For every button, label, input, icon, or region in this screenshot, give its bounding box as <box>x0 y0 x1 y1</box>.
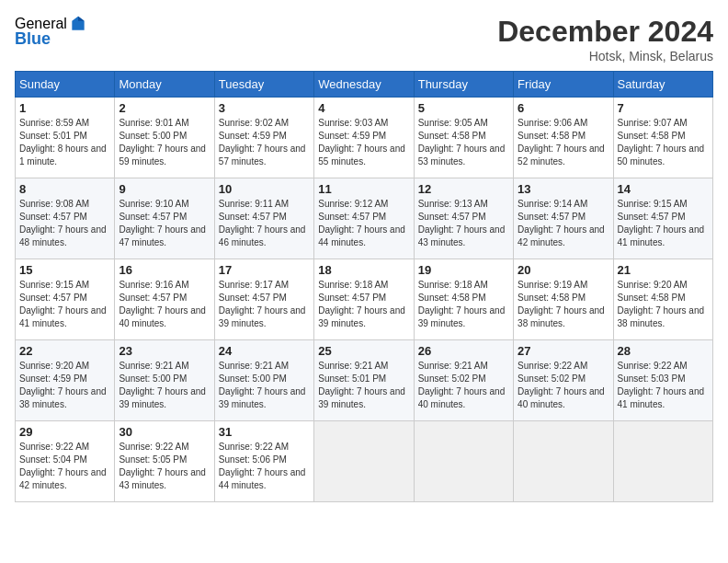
calendar-cell: 11Sunrise: 9:12 AM Sunset: 4:57 PM Dayli… <box>314 178 414 259</box>
day-info: Sunrise: 9:11 AM Sunset: 4:57 PM Dayligh… <box>219 198 310 249</box>
calendar-table: SundayMondayTuesdayWednesdayThursdayFrid… <box>15 71 713 502</box>
day-info: Sunrise: 9:22 AM Sunset: 5:05 PM Dayligh… <box>119 441 210 492</box>
day-info: Sunrise: 9:14 AM Sunset: 4:57 PM Dayligh… <box>518 198 609 249</box>
day-number: 9 <box>119 182 210 196</box>
day-number: 11 <box>318 182 409 196</box>
day-info: Sunrise: 9:03 AM Sunset: 4:59 PM Dayligh… <box>318 117 409 168</box>
day-number: 22 <box>19 344 110 358</box>
calendar-header-row: SundayMondayTuesdayWednesdayThursdayFrid… <box>16 72 713 98</box>
day-info: Sunrise: 9:07 AM Sunset: 4:58 PM Dayligh… <box>618 117 709 168</box>
column-header-sunday: Sunday <box>16 72 115 98</box>
day-info: Sunrise: 9:22 AM Sunset: 5:06 PM Dayligh… <box>219 441 310 492</box>
day-info: Sunrise: 9:12 AM Sunset: 4:57 PM Dayligh… <box>318 198 409 249</box>
calendar-cell: 30Sunrise: 9:22 AM Sunset: 5:05 PM Dayli… <box>115 421 214 502</box>
title-block: December 2024 Hotsk, Minsk, Belarus <box>497 15 713 63</box>
day-number: 19 <box>418 263 509 277</box>
day-info: Sunrise: 9:16 AM Sunset: 4:57 PM Dayligh… <box>119 279 210 330</box>
calendar-cell: 8Sunrise: 9:08 AM Sunset: 4:57 PM Daylig… <box>16 178 115 259</box>
location: Hotsk, Minsk, Belarus <box>497 49 713 63</box>
calendar-cell: 10Sunrise: 9:11 AM Sunset: 4:57 PM Dayli… <box>214 178 313 259</box>
calendar-week-5: 29Sunrise: 9:22 AM Sunset: 5:04 PM Dayli… <box>16 421 713 502</box>
day-number: 18 <box>318 263 409 277</box>
calendar-cell: 4Sunrise: 9:03 AM Sunset: 4:59 PM Daylig… <box>314 98 414 178</box>
calendar-cell: 3Sunrise: 9:02 AM Sunset: 4:59 PM Daylig… <box>214 98 313 178</box>
day-info: Sunrise: 9:19 AM Sunset: 4:58 PM Dayligh… <box>518 279 609 330</box>
day-info: Sunrise: 9:21 AM Sunset: 5:00 PM Dayligh… <box>219 360 310 411</box>
day-number: 21 <box>618 263 709 277</box>
day-number: 13 <box>518 182 609 196</box>
day-info: Sunrise: 9:05 AM Sunset: 4:58 PM Dayligh… <box>418 117 509 168</box>
logo: General Blue <box>15 15 87 49</box>
day-number: 27 <box>518 344 609 358</box>
calendar-cell: 1Sunrise: 8:59 AM Sunset: 5:01 PM Daylig… <box>16 98 115 178</box>
day-number: 6 <box>518 101 609 115</box>
calendar-cell: 7Sunrise: 9:07 AM Sunset: 4:58 PM Daylig… <box>613 98 712 178</box>
calendar-cell: 20Sunrise: 9:19 AM Sunset: 4:58 PM Dayli… <box>514 259 613 340</box>
month-year: December 2024 <box>497 15 713 49</box>
day-info: Sunrise: 9:22 AM Sunset: 5:03 PM Dayligh… <box>618 360 709 411</box>
page-header: General Blue December 2024 Hotsk, Minsk,… <box>15 15 713 63</box>
calendar-cell: 22Sunrise: 9:20 AM Sunset: 4:59 PM Dayli… <box>16 340 115 421</box>
day-info: Sunrise: 9:18 AM Sunset: 4:57 PM Dayligh… <box>318 279 409 330</box>
column-header-tuesday: Tuesday <box>214 72 313 98</box>
day-info: Sunrise: 9:08 AM Sunset: 4:57 PM Dayligh… <box>19 198 110 249</box>
calendar-cell: 21Sunrise: 9:20 AM Sunset: 4:58 PM Dayli… <box>613 259 712 340</box>
calendar-cell: 2Sunrise: 9:01 AM Sunset: 5:00 PM Daylig… <box>115 98 214 178</box>
column-header-wednesday: Wednesday <box>314 72 414 98</box>
day-number: 12 <box>418 182 509 196</box>
column-header-friday: Friday <box>514 72 613 98</box>
calendar-cell: 17Sunrise: 9:17 AM Sunset: 4:57 PM Dayli… <box>214 259 313 340</box>
calendar-cell: 16Sunrise: 9:16 AM Sunset: 4:57 PM Dayli… <box>115 259 214 340</box>
calendar-cell: 28Sunrise: 9:22 AM Sunset: 5:03 PM Dayli… <box>613 340 712 421</box>
day-info: Sunrise: 9:10 AM Sunset: 4:57 PM Dayligh… <box>119 198 210 249</box>
day-info: Sunrise: 9:06 AM Sunset: 4:58 PM Dayligh… <box>518 117 609 168</box>
calendar-cell: 27Sunrise: 9:22 AM Sunset: 5:02 PM Dayli… <box>514 340 613 421</box>
day-info: Sunrise: 9:21 AM Sunset: 5:00 PM Dayligh… <box>119 360 210 411</box>
day-info: Sunrise: 9:18 AM Sunset: 4:58 PM Dayligh… <box>418 279 509 330</box>
day-info: Sunrise: 9:17 AM Sunset: 4:57 PM Dayligh… <box>219 279 310 330</box>
calendar-cell: 23Sunrise: 9:21 AM Sunset: 5:00 PM Dayli… <box>115 340 214 421</box>
day-info: Sunrise: 9:02 AM Sunset: 4:59 PM Dayligh… <box>219 117 310 168</box>
calendar-cell: 26Sunrise: 9:21 AM Sunset: 5:02 PM Dayli… <box>414 340 513 421</box>
calendar-week-2: 8Sunrise: 9:08 AM Sunset: 4:57 PM Daylig… <box>16 178 713 259</box>
day-number: 29 <box>19 425 110 439</box>
calendar-cell <box>314 421 414 502</box>
calendar-cell: 9Sunrise: 9:10 AM Sunset: 4:57 PM Daylig… <box>115 178 214 259</box>
day-number: 1 <box>19 101 110 115</box>
calendar-cell: 24Sunrise: 9:21 AM Sunset: 5:00 PM Dayli… <box>214 340 313 421</box>
day-info: Sunrise: 9:21 AM Sunset: 5:02 PM Dayligh… <box>418 360 509 411</box>
day-number: 24 <box>219 344 310 358</box>
day-number: 30 <box>119 425 210 439</box>
column-header-saturday: Saturday <box>613 72 712 98</box>
day-info: Sunrise: 9:15 AM Sunset: 4:57 PM Dayligh… <box>618 198 709 249</box>
day-info: Sunrise: 9:22 AM Sunset: 5:04 PM Dayligh… <box>19 441 110 492</box>
day-number: 28 <box>618 344 709 358</box>
calendar-week-4: 22Sunrise: 9:20 AM Sunset: 4:59 PM Dayli… <box>16 340 713 421</box>
calendar-week-3: 15Sunrise: 9:15 AM Sunset: 4:57 PM Dayli… <box>16 259 713 340</box>
calendar-cell <box>613 421 712 502</box>
day-info: Sunrise: 9:01 AM Sunset: 5:00 PM Dayligh… <box>119 117 210 168</box>
calendar-cell: 12Sunrise: 9:13 AM Sunset: 4:57 PM Dayli… <box>414 178 513 259</box>
calendar-cell: 5Sunrise: 9:05 AM Sunset: 4:58 PM Daylig… <box>414 98 513 178</box>
calendar-cell: 29Sunrise: 9:22 AM Sunset: 5:04 PM Dayli… <box>16 421 115 502</box>
calendar-cell: 19Sunrise: 9:18 AM Sunset: 4:58 PM Dayli… <box>414 259 513 340</box>
calendar-cell: 31Sunrise: 9:22 AM Sunset: 5:06 PM Dayli… <box>214 421 313 502</box>
day-info: Sunrise: 9:20 AM Sunset: 4:59 PM Dayligh… <box>19 360 110 411</box>
day-number: 26 <box>418 344 509 358</box>
day-number: 23 <box>119 344 210 358</box>
column-header-monday: Monday <box>115 72 214 98</box>
day-info: Sunrise: 9:21 AM Sunset: 5:01 PM Dayligh… <box>318 360 409 411</box>
calendar-cell: 15Sunrise: 9:15 AM Sunset: 4:57 PM Dayli… <box>16 259 115 340</box>
calendar-cell: 13Sunrise: 9:14 AM Sunset: 4:57 PM Dayli… <box>514 178 613 259</box>
day-number: 31 <box>219 425 310 439</box>
day-info: Sunrise: 8:59 AM Sunset: 5:01 PM Dayligh… <box>19 117 110 168</box>
day-number: 4 <box>318 101 409 115</box>
logo-blue: Blue <box>15 29 51 49</box>
calendar-cell: 25Sunrise: 9:21 AM Sunset: 5:01 PM Dayli… <box>314 340 414 421</box>
day-number: 7 <box>618 101 709 115</box>
day-info: Sunrise: 9:13 AM Sunset: 4:57 PM Dayligh… <box>418 198 509 249</box>
day-number: 2 <box>119 101 210 115</box>
day-number: 25 <box>318 344 409 358</box>
calendar-cell: 14Sunrise: 9:15 AM Sunset: 4:57 PM Dayli… <box>613 178 712 259</box>
day-number: 14 <box>618 182 709 196</box>
